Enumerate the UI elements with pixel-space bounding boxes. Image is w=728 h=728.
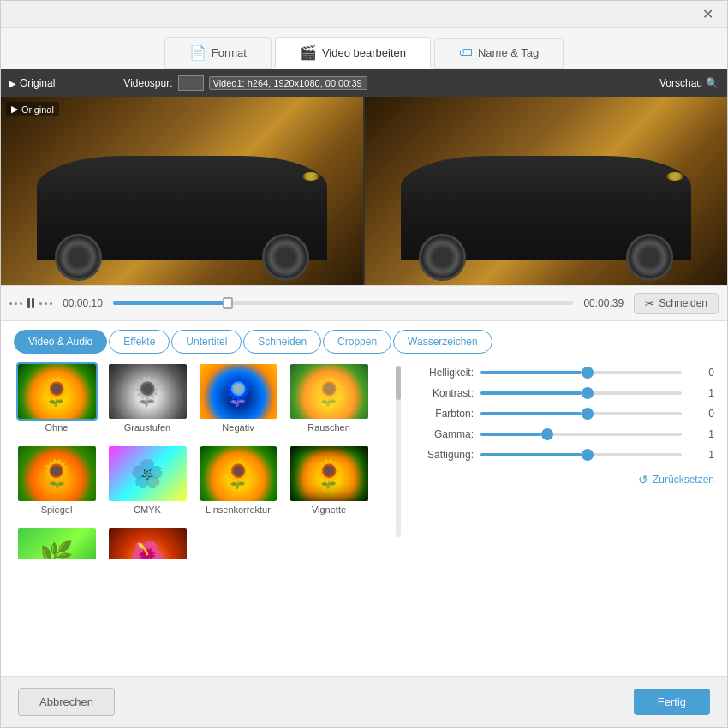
effect-label-spiegel: Spiegel [41,504,73,515]
cancel-button[interactable]: Abbrechen [18,688,115,716]
track-thumbnail [178,75,204,91]
tab-bar: 📄 Format 🎬 Video bearbeiten 🏷 Name & Tag [1,28,727,69]
next-frame-btn[interactable] [39,302,52,305]
filter-tab-wasserzeichen[interactable]: Wasserzeichen [393,330,492,354]
effect-spiegel[interactable]: 🌻 Spiegel [14,445,99,522]
effect-graustufen[interactable]: 🌻 Graustufen [104,362,190,439]
progress-track[interactable] [113,301,573,305]
title-bar: ✕ [1,1,727,28]
adjustment-helligkeit: Helligkeit: 0 [414,367,714,379]
effect-thumb-green: 🌿 [16,527,98,559]
helligkeit-slider[interactable] [480,371,682,374]
tab-video-edit-label: Video bearbeiten [322,46,406,59]
pause-button[interactable] [26,296,36,310]
scissors-icon: ✂ [645,297,654,310]
preview-label: Vorschau 🔍 [659,77,719,89]
effect-label-negativ: Negativ [222,422,254,433]
search-icon: 🔍 [706,77,719,89]
reset-button[interactable]: ↺ Zurücksetzen [638,473,714,486]
helligkeit-thumb[interactable] [582,367,594,379]
filter-tab-effekte[interactable]: Effekte [109,330,170,354]
gamma-thumb[interactable] [541,428,553,440]
preview-video-panel [363,97,727,285]
helligkeit-fill [480,371,582,374]
effect-extra[interactable]: 🌺 [104,527,190,559]
original-video-panel: ▶ Original [1,97,363,285]
gamma-value: 1 [689,428,714,440]
scrollbar-thumb [396,366,401,400]
wheel-right-r [626,234,673,281]
original-label: ▶ Original [9,77,55,89]
play-triangle: ▶ [9,79,16,88]
effects-grid: 🌻 Ohne 🌻 Graustufen [14,362,391,559]
farbton-slider[interactable] [480,412,682,415]
play-controls [9,296,52,310]
effects-scrollbar[interactable] [396,366,401,537]
original-badge: ▶ Original [6,102,59,116]
gamma-fill [480,433,541,436]
tab-name-tag-label: Name & Tag [478,46,539,59]
effect-green[interactable]: 🌿 [14,527,99,559]
prev-frame-btn[interactable] [9,302,22,305]
effect-thumb-linsenkorrektur: 🌻 [198,445,279,503]
close-button[interactable]: ✕ [697,4,719,24]
progress-fill [113,301,228,305]
effect-label-rauschen: Rauschen [307,422,350,433]
timeline-bar: 00:00:10 00:00:39 ✂ Schneiden [1,285,727,321]
adjustment-saettigung: Sättigung: 1 [414,449,714,461]
effect-cmyk[interactable]: 🌸 CMYK [104,445,190,522]
effect-thumb-spiegel: 🌻 [16,445,98,503]
tab-format[interactable]: 📄 Format [164,37,272,69]
effect-ohne[interactable]: 🌻 Ohne [14,362,99,439]
saettigung-label: Sättigung: [414,449,474,461]
ok-button[interactable]: Fertig [634,689,710,715]
kontrast-thumb[interactable] [582,387,594,399]
filter-tab-untertitel[interactable]: Untertitel [171,330,242,354]
kontrast-slider[interactable] [480,391,682,395]
filter-tab-schneiden[interactable]: Schneiden [243,330,321,354]
track-dropdown[interactable]: Video1: h264, 1920x1080, 00:00:39 [209,76,367,90]
effect-negativ[interactable]: 🌻 Negativ [195,362,281,439]
filter-tab-video-audio[interactable]: Video & Audio [14,330,107,354]
adjustments-panel: Helligkeit: 0 Kontrast: 1 [414,362,714,667]
main-bottom: 🌻 Ohne 🌻 Graustufen [1,354,727,676]
preview-video-bg [365,97,727,285]
kontrast-fill [480,391,582,395]
helligkeit-value: 0 [689,367,714,379]
wheel-left-r [419,234,466,281]
name-tag-icon: 🏷 [459,45,473,61]
helligkeit-label: Helligkeit: [414,367,474,379]
effect-label-vignette: Vignette [312,504,346,515]
wheel-left-l [55,234,102,281]
tab-video-edit[interactable]: 🎬 Video bearbeiten [275,37,431,69]
time-start: 00:00:10 [59,297,106,309]
filter-tab-croppen[interactable]: Croppen [323,330,391,354]
effect-thumb-vignette: 🌻 [289,445,370,503]
effect-vignette[interactable]: 🌻 Vignette [286,445,372,522]
tab-name-tag[interactable]: 🏷 Name & Tag [434,38,564,69]
saettigung-slider[interactable] [480,453,682,456]
original-video-bg [1,97,363,285]
reset-row: ↺ Zurücksetzen [414,469,714,486]
effect-rauschen[interactable]: 🌻 Rauschen [286,362,372,439]
farbton-fill [480,412,582,415]
effect-label-cmyk: CMYK [134,504,161,515]
adjustment-gamma: Gamma: 1 [414,428,714,440]
effect-thumb-extra: 🌺 [107,527,188,559]
saettigung-thumb[interactable] [582,449,594,461]
progress-thumb[interactable] [223,297,233,309]
bottom-bar: Abbrechen Fertig [1,676,727,727]
video-toolbar: ▶ Original Videospur: Video1: h264, 1920… [1,69,727,97]
gamma-slider[interactable] [480,433,682,436]
gamma-label: Gamma: [414,428,474,440]
cut-button[interactable]: ✂ Schneiden [634,293,719,314]
video-edit-icon: 🎬 [300,45,317,61]
wheel-right-l [262,234,309,281]
effect-linsenkorrektur[interactable]: 🌻 Linsenkorrektur [195,445,281,522]
video-track-selector: Videospur: Video1: h264, 1920x1080, 00:0… [72,75,367,91]
format-icon: 📄 [189,45,206,61]
video-panels: ▶ Original [1,97,727,285]
adjustment-kontrast: Kontrast: 1 [414,387,714,399]
kontrast-label: Kontrast: [414,387,474,399]
farbton-thumb[interactable] [582,408,594,420]
